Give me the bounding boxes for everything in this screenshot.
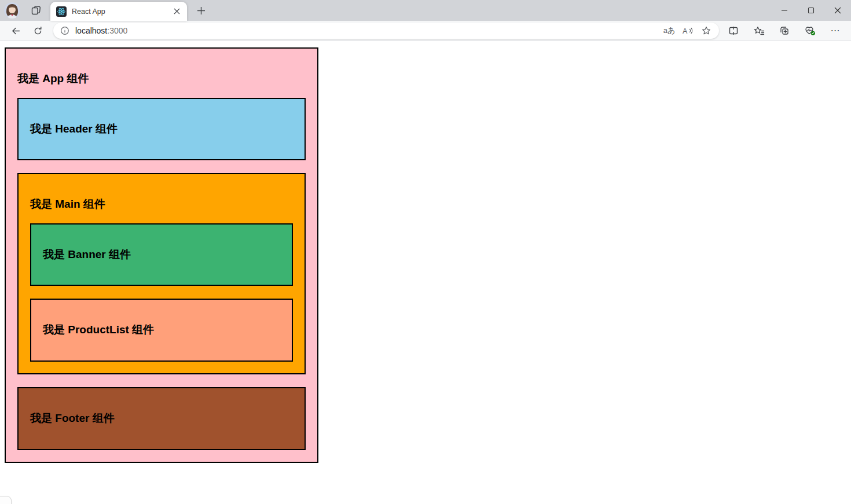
address-bar[interactable]: localhost:3000 aあ A xyxy=(53,23,719,39)
collections-icon xyxy=(779,25,790,36)
url-text: localhost:3000 xyxy=(75,26,127,35)
browser-tab[interactable]: React App xyxy=(50,2,187,21)
browser-window: React App xyxy=(0,0,851,504)
read-aloud-icon: A xyxy=(682,26,694,35)
url-host: localhost xyxy=(75,26,107,35)
maximize-button[interactable] xyxy=(798,0,824,21)
split-screen-icon xyxy=(728,25,739,36)
more-icon: ⋯ xyxy=(831,26,841,35)
toolbar: localhost:3000 aあ A xyxy=(0,21,851,41)
header-component-title: 我是 Header 组件 xyxy=(30,122,293,137)
avatar-image xyxy=(4,2,20,19)
footer-component: 我是 Footer 组件 xyxy=(17,387,306,450)
back-button[interactable] xyxy=(7,23,24,39)
refresh-button[interactable] xyxy=(29,23,46,39)
footer-component-title: 我是 Footer 组件 xyxy=(30,411,293,426)
productlist-component-title: 我是 ProductList 组件 xyxy=(43,322,280,338)
workspaces-icon xyxy=(30,5,42,16)
maximize-icon xyxy=(808,7,815,14)
main-component: 我是 Main 组件 我是 Banner 组件 我是 ProductList 组… xyxy=(17,173,306,374)
banner-component-title: 我是 Banner 组件 xyxy=(43,247,280,263)
close-icon xyxy=(174,8,180,14)
workspaces-button[interactable] xyxy=(28,3,43,18)
status-bubble xyxy=(0,496,12,504)
banner-component: 我是 Banner 组件 xyxy=(30,223,293,286)
app-component: 我是 App 组件 我是 Header 组件 我是 Main 组件 我是 Ban… xyxy=(5,47,318,463)
profile-avatar[interactable] xyxy=(4,2,20,19)
main-component-title: 我是 Main 组件 xyxy=(30,197,293,212)
star-icon xyxy=(702,26,711,35)
url-port: :3000 xyxy=(107,26,127,35)
app-component-title: 我是 App 组件 xyxy=(17,71,306,87)
add-favorite-button[interactable] xyxy=(697,23,716,38)
minimize-button[interactable] xyxy=(771,0,798,21)
translate-button[interactable]: aあ xyxy=(660,23,678,38)
collections-button[interactable] xyxy=(775,23,794,39)
new-tab-button[interactable] xyxy=(194,3,208,17)
window-controls xyxy=(771,0,851,21)
page-viewport: 我是 App 组件 我是 Header 组件 我是 Main 组件 我是 Ban… xyxy=(0,41,851,504)
plus-icon xyxy=(197,6,206,15)
favorites-list-icon xyxy=(754,26,765,36)
titlebar: React App xyxy=(0,0,851,21)
site-info-button[interactable] xyxy=(60,26,69,35)
read-aloud-button[interactable]: A xyxy=(678,23,697,38)
productlist-component: 我是 ProductList 组件 xyxy=(30,299,293,362)
info-icon xyxy=(60,26,69,35)
header-component: 我是 Header 组件 xyxy=(17,98,306,161)
tab-close-button[interactable] xyxy=(171,6,182,17)
favorites-button[interactable] xyxy=(749,23,769,39)
refresh-icon xyxy=(33,26,43,36)
minimize-icon xyxy=(781,7,788,14)
translate-icon: aあ xyxy=(663,25,676,36)
tab-title: React App xyxy=(72,8,171,16)
svg-text:A: A xyxy=(683,27,688,35)
split-screen-button[interactable] xyxy=(724,23,743,39)
browser-essentials-icon xyxy=(805,25,816,36)
close-window-button[interactable] xyxy=(824,0,851,21)
close-window-icon xyxy=(834,7,841,14)
back-icon xyxy=(11,26,21,36)
react-favicon xyxy=(56,6,67,17)
browser-essentials-button[interactable] xyxy=(800,23,820,39)
settings-menu-button[interactable]: ⋯ xyxy=(826,23,845,39)
